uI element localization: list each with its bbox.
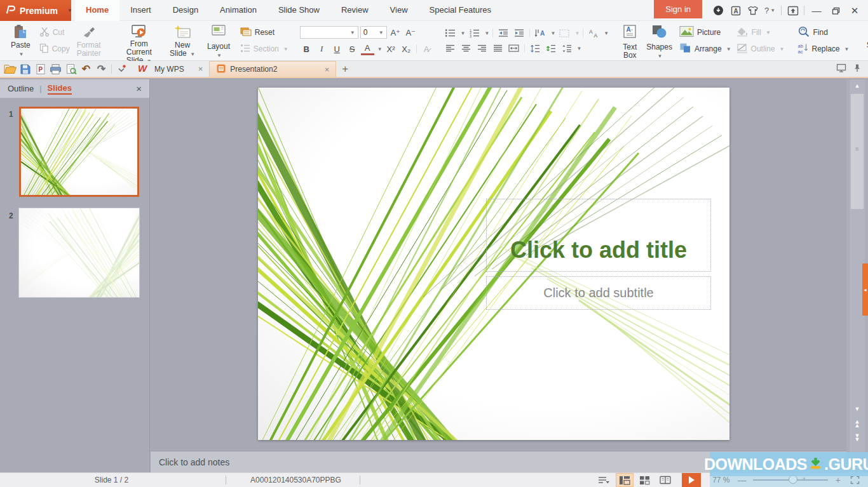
export-pdf-icon[interactable]: P (33, 62, 48, 76)
download-circle-icon[interactable] (710, 0, 727, 21)
placeholder-style-icon[interactable] (557, 27, 571, 39)
sign-in-button[interactable]: Sign in (654, 0, 702, 18)
paste-button[interactable]: Paste ▼ (4, 21, 37, 60)
decrease-indent-icon[interactable] (496, 27, 510, 39)
minimize-button[interactable]: — (807, 0, 826, 21)
distribute-icon[interactable] (507, 43, 521, 54)
skin-icon[interactable] (744, 0, 761, 21)
svg-text:A: A (540, 30, 545, 37)
normal-view-button[interactable] (616, 474, 633, 486)
strikethrough-button[interactable]: S (346, 43, 359, 55)
font-size-combo[interactable]: 0▼ (360, 26, 387, 39)
selection-pane-button[interactable]: Selection Pane (859, 21, 868, 60)
subscript-button[interactable]: X₂ (400, 43, 413, 55)
close-tab-icon[interactable]: × (325, 65, 330, 74)
reset-button[interactable]: Reset (240, 27, 288, 38)
justify-icon[interactable] (491, 43, 505, 54)
print-preview-icon[interactable] (64, 62, 78, 76)
tab-view[interactable]: View (379, 0, 419, 21)
tab-presentation2[interactable]: Presentation2 × (209, 61, 336, 77)
section-button[interactable]: Section ▼ (240, 43, 288, 55)
text-box-button[interactable]: A Text Box ▼ (618, 21, 642, 60)
text-direction-icon[interactable]: A (533, 27, 547, 39)
tab-insert[interactable]: Insert (119, 0, 162, 21)
collapse-ribbon-icon[interactable] (784, 0, 801, 21)
sidebar-expander[interactable]: ◄ (862, 264, 868, 316)
underline-button[interactable]: U (330, 43, 344, 55)
docer-templates-icon[interactable]: A (727, 0, 744, 21)
outline-button[interactable]: Outline ▼ (736, 43, 785, 55)
font-name-combo[interactable]: ▼ (300, 26, 358, 39)
title-placeholder[interactable]: Click to add title (486, 199, 711, 272)
open-icon[interactable] (3, 62, 17, 76)
picture-button[interactable]: Picture (679, 27, 731, 38)
restore-button[interactable] (826, 0, 845, 21)
line-spacing-increase-icon[interactable] (528, 43, 542, 54)
superscript-button[interactable]: X² (384, 43, 398, 55)
close-button[interactable]: ✕ (845, 0, 864, 21)
reading-view-button[interactable] (657, 474, 674, 486)
outline-tab[interactable]: Outline (8, 84, 34, 93)
notes-toggle-icon[interactable] (596, 474, 613, 486)
format-painter-button[interactable]: Format Painter (72, 21, 105, 60)
tab-home[interactable]: Home (75, 0, 119, 21)
shapes-button[interactable]: Shapes ▼ (642, 21, 677, 60)
previous-slide-icon[interactable]: ▲▲ (850, 420, 865, 427)
new-tab-button[interactable]: + (336, 63, 354, 76)
slide-2-thumbnail[interactable] (19, 208, 139, 297)
print-icon[interactable] (48, 62, 63, 76)
pin-icon[interactable] (853, 63, 862, 75)
close-tab-icon[interactable]: × (198, 64, 203, 74)
slides-tab[interactable]: Slides (48, 83, 72, 95)
tab-review[interactable]: Review (330, 0, 379, 21)
tab-slide-show[interactable]: Slide Show (268, 0, 330, 21)
numbered-list-icon[interactable]: 123 (468, 27, 482, 39)
copy-button[interactable]: Copy (39, 43, 70, 55)
tab-design[interactable]: Design (162, 0, 209, 21)
new-window-icon[interactable] (836, 63, 846, 75)
new-slide-button[interactable]: New Slide ▼ (165, 21, 200, 60)
cut-button[interactable]: Cut (39, 27, 70, 38)
layout-button[interactable]: Layout ▼ (200, 21, 237, 60)
save-icon[interactable] (18, 62, 32, 76)
close-panel-icon[interactable]: × (136, 83, 142, 94)
subtitle-placeholder[interactable]: Click to add subtitle (486, 276, 711, 310)
font-color-button[interactable]: A (361, 43, 374, 55)
line-spacing-decrease-icon[interactable] (544, 43, 558, 54)
help-icon[interactable]: ?▼ (761, 0, 778, 21)
clear-format-button[interactable]: A̷ (420, 43, 433, 55)
caret-icon[interactable]: ▼ (377, 46, 383, 52)
paragraph-spacing-icon[interactable] (560, 43, 574, 54)
slide-editor[interactable]: Click to add title Click to add subtitle (258, 88, 729, 440)
redo-icon[interactable]: ↷ (94, 62, 109, 76)
scroll-down-icon[interactable]: ▼ (850, 406, 865, 412)
scrollbar-thumb[interactable]: ≡ (850, 93, 864, 210)
premium-button[interactable]: Premium ▼ (0, 0, 71, 21)
increase-indent-icon[interactable] (512, 27, 526, 39)
play-slideshow-button[interactable] (682, 473, 701, 487)
italic-button[interactable]: I (315, 43, 329, 55)
customize-toolbar-icon[interactable] (114, 62, 129, 76)
align-right-icon[interactable] (475, 43, 489, 54)
next-slide-icon[interactable]: ▼▼ (850, 434, 865, 441)
decrease-font-button[interactable]: A⁻ (404, 26, 417, 39)
find-button[interactable]: Find (797, 27, 850, 38)
change-case-icon[interactable]: AA (587, 27, 600, 39)
bold-button[interactable]: B (300, 43, 313, 55)
font-group: ▼ 0▼ A⁺ A⁻ B I U S A▼ X² X₂ A̷ (297, 21, 437, 60)
slide-1-thumbnail[interactable] (19, 107, 139, 197)
arrange-button[interactable]: Arrange ▼ (679, 43, 731, 55)
align-center-icon[interactable] (459, 43, 473, 54)
tab-animation[interactable]: Animation (209, 0, 268, 21)
slide-sorter-view-button[interactable] (637, 474, 653, 486)
tab-special-features[interactable]: Special Features (419, 0, 503, 21)
align-left-icon[interactable] (444, 43, 458, 54)
replace-button[interactable]: abacReplace ▼ (797, 43, 850, 55)
from-current-slide-button[interactable]: From Current Slide ▼ (113, 21, 165, 60)
fill-button[interactable]: Fill ▼ (736, 27, 785, 38)
scroll-up-icon[interactable]: ▲ (850, 83, 865, 89)
tab-my-wps[interactable]: W My WPS × (132, 61, 209, 77)
increase-font-button[interactable]: A⁺ (389, 26, 402, 39)
undo-icon[interactable]: ↶ (79, 62, 93, 76)
bullet-list-icon[interactable] (444, 27, 458, 39)
